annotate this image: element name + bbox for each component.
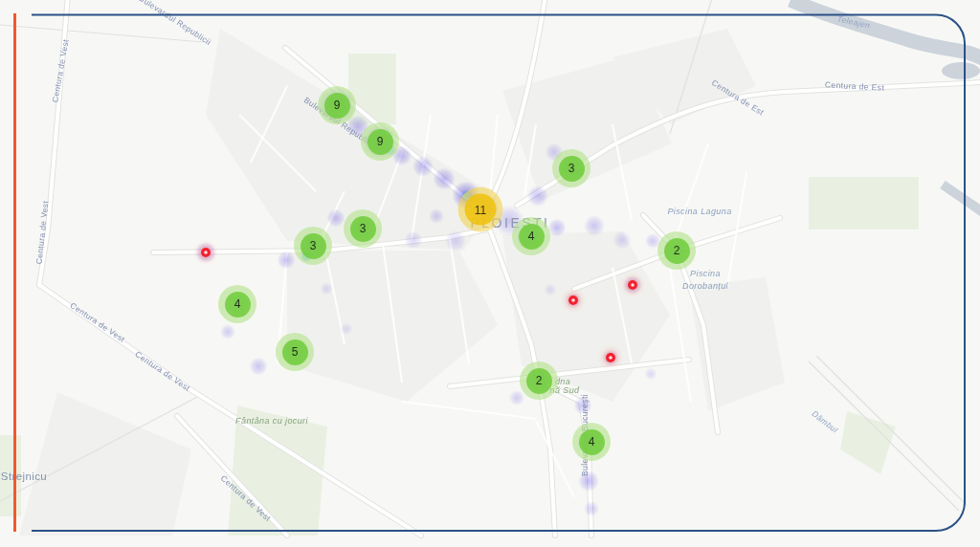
cluster-marker[interactable]: 5 bbox=[276, 333, 314, 371]
markers-layer: 9931134324524 bbox=[0, 0, 980, 547]
cluster-count: 4 bbox=[225, 292, 251, 317]
cluster-count: 9 bbox=[324, 93, 350, 119]
point-marker[interactable] bbox=[201, 248, 211, 257]
cluster-marker[interactable]: 4 bbox=[512, 217, 550, 255]
cluster-marker[interactable]: 4 bbox=[572, 423, 611, 461]
cluster-count: 5 bbox=[282, 339, 308, 365]
cluster-marker[interactable]: 3 bbox=[294, 227, 332, 265]
point-marker[interactable] bbox=[568, 295, 578, 305]
cluster-count: 3 bbox=[559, 156, 585, 182]
cluster-marker[interactable]: 3 bbox=[552, 149, 590, 187]
cluster-count: 4 bbox=[579, 429, 605, 455]
cluster-count: 2 bbox=[664, 238, 690, 264]
cluster-marker[interactable]: 9 bbox=[361, 122, 399, 161]
cluster-marker[interactable]: 9 bbox=[318, 86, 356, 124]
map-screenshot: PLOIEȘTIStrejnicuCentura de VestCentura … bbox=[0, 0, 980, 547]
cluster-count: 3 bbox=[301, 233, 326, 259]
point-marker[interactable] bbox=[606, 353, 615, 362]
cluster-marker[interactable]: 3 bbox=[344, 209, 382, 248]
cluster-marker[interactable]: 2 bbox=[520, 361, 558, 400]
point-marker[interactable] bbox=[628, 280, 637, 290]
cluster-marker[interactable]: 4 bbox=[218, 285, 256, 323]
cluster-count: 9 bbox=[368, 129, 393, 155]
cluster-count: 4 bbox=[519, 224, 545, 250]
cluster-marker[interactable]: 11 bbox=[458, 187, 503, 232]
cluster-marker[interactable]: 2 bbox=[657, 231, 696, 270]
cluster-count: 3 bbox=[350, 216, 376, 242]
cluster-count: 11 bbox=[465, 194, 497, 226]
cluster-count: 2 bbox=[526, 368, 552, 394]
